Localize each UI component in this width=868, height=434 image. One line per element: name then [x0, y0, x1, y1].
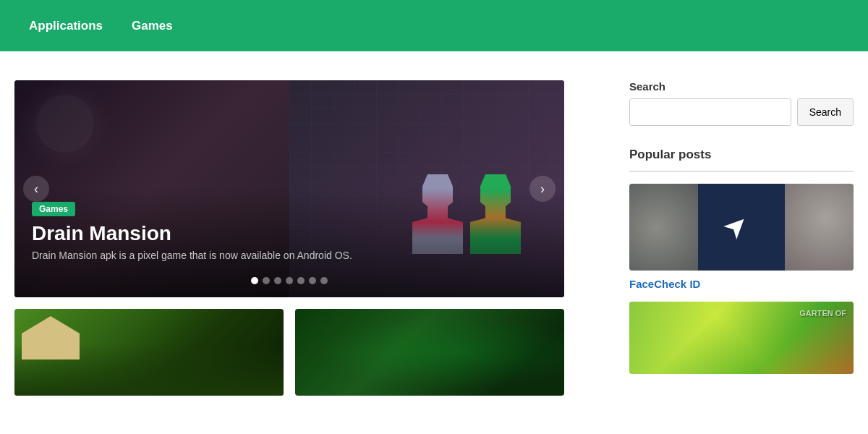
nav-item-applications[interactable]: Applications	[29, 19, 103, 33]
slider-prev-button[interactable]: ‹	[23, 176, 49, 202]
hero-description: Drain Mansion apk is a pixel game that i…	[32, 250, 547, 261]
slider-dot-5[interactable]	[297, 277, 305, 284]
hero-category-tag: Games	[32, 202, 75, 216]
popular-post-link-1[interactable]: FaceCheck ID	[629, 278, 854, 290]
search-input[interactable]	[629, 98, 791, 126]
popular-thumb-center	[698, 184, 785, 271]
page-wrapper: ‹ › Games Drain Mansion Drain Mansion ap…	[0, 51, 868, 396]
popular-posts-section: Popular posts FaceCheck ID	[629, 148, 854, 374]
popular-thumb-left	[629, 184, 698, 271]
slider-dot-7[interactable]	[320, 277, 328, 284]
search-button[interactable]: Search	[797, 98, 854, 126]
popular-thumb-right	[785, 184, 854, 271]
popular-divider	[629, 171, 854, 172]
slider-dot-2[interactable]	[263, 277, 270, 284]
search-section: Search Search	[629, 80, 854, 126]
slider-dots	[251, 277, 328, 284]
send-icon	[723, 209, 760, 245]
thumb-card-2[interactable]	[295, 309, 564, 396]
slider-dot-1[interactable]	[251, 277, 258, 284]
search-row: Search	[629, 98, 854, 126]
slider-next-button[interactable]: ›	[529, 176, 556, 202]
search-label: Search	[629, 80, 854, 93]
thumbnail-grid	[14, 309, 564, 396]
thumb-card-1[interactable]	[14, 309, 284, 396]
slider-dot-3[interactable]	[274, 277, 281, 284]
popular-post-thumb-2	[629, 302, 854, 374]
nav-item-games[interactable]: Games	[132, 19, 173, 33]
chevron-right-icon: ›	[540, 182, 545, 197]
main-content: ‹ › Games Drain Mansion Drain Mansion ap…	[14, 80, 600, 396]
slider-dot-4[interactable]	[286, 277, 293, 284]
slider-dot-6[interactable]	[309, 277, 316, 284]
chevron-left-icon: ‹	[34, 182, 38, 197]
hero-slider: ‹ › Games Drain Mansion Drain Mansion ap…	[14, 80, 564, 297]
navbar: Applications Games	[0, 0, 868, 51]
popular-post-thumb-1	[629, 184, 854, 271]
hero-title: Drain Mansion	[32, 222, 547, 245]
sidebar: Search Search Popular posts FaceCheck ID	[629, 80, 854, 396]
popular-posts-title: Popular posts	[629, 148, 854, 162]
